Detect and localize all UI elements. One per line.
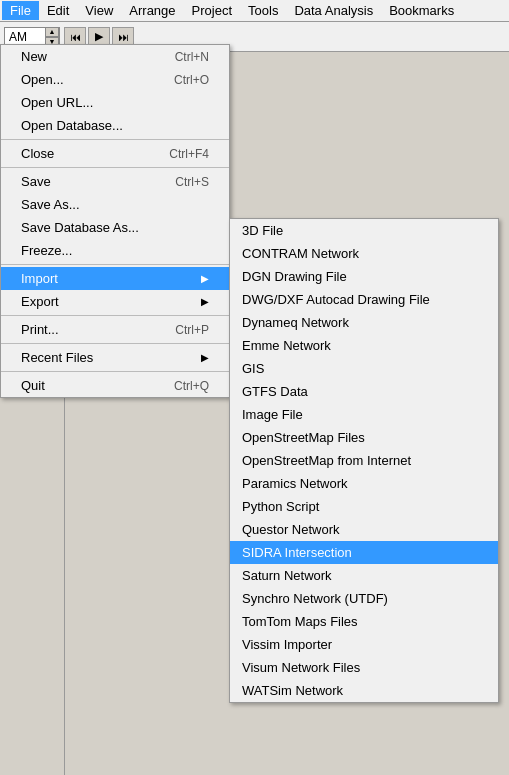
spin-up[interactable]: ▲ <box>45 27 59 37</box>
menu-open-url[interactable]: Open URL... <box>1 91 229 114</box>
menu-import[interactable]: Import ▶ <box>1 267 229 290</box>
import-gtfs-data[interactable]: GTFS Data <box>230 380 498 403</box>
separator-3 <box>1 264 229 265</box>
import-arrow: ▶ <box>201 273 209 284</box>
import-dgn-drawing[interactable]: DGN Drawing File <box>230 265 498 288</box>
import-image-file[interactable]: Image File <box>230 403 498 426</box>
menu-open-database[interactable]: Open Database... <box>1 114 229 137</box>
menubar-tools[interactable]: Tools <box>240 1 286 20</box>
menubar: File Edit View Arrange Project Tools Dat… <box>0 0 509 22</box>
import-python-script[interactable]: Python Script <box>230 495 498 518</box>
recent-arrow: ▶ <box>201 352 209 363</box>
am-input[interactable]: AM <box>5 28 45 46</box>
import-dynameq[interactable]: Dynameq Network <box>230 311 498 334</box>
separator-1 <box>1 139 229 140</box>
menubar-edit[interactable]: Edit <box>39 1 77 20</box>
import-emme-network[interactable]: Emme Network <box>230 334 498 357</box>
separator-6 <box>1 371 229 372</box>
menu-close[interactable]: Close Ctrl+F4 <box>1 142 229 165</box>
import-synchro-network[interactable]: Synchro Network (UTDF) <box>230 587 498 610</box>
menu-save-as[interactable]: Save As... <box>1 193 229 216</box>
menubar-data-analysis[interactable]: Data Analysis <box>286 1 381 20</box>
export-arrow: ▶ <box>201 296 209 307</box>
import-tomtom-maps[interactable]: TomTom Maps Files <box>230 610 498 633</box>
menubar-file[interactable]: File <box>2 1 39 20</box>
import-paramics-network[interactable]: Paramics Network <box>230 472 498 495</box>
menu-recent-files[interactable]: Recent Files ▶ <box>1 346 229 369</box>
menubar-arrange[interactable]: Arrange <box>121 1 183 20</box>
import-questor-network[interactable]: Questor Network <box>230 518 498 541</box>
menu-save-database-as[interactable]: Save Database As... <box>1 216 229 239</box>
separator-2 <box>1 167 229 168</box>
import-sidra-intersection[interactable]: SIDRA Intersection <box>230 541 498 564</box>
menu-open[interactable]: Open... Ctrl+O <box>1 68 229 91</box>
file-menu: New Ctrl+N Open... Ctrl+O Open URL... Op… <box>0 44 230 398</box>
import-saturn-network[interactable]: Saturn Network <box>230 564 498 587</box>
import-dwg-dxf[interactable]: DWG/DXF Autocad Drawing File <box>230 288 498 311</box>
import-osm-internet[interactable]: OpenStreetMap from Internet <box>230 449 498 472</box>
import-osm-files[interactable]: OpenStreetMap Files <box>230 426 498 449</box>
menu-export[interactable]: Export ▶ <box>1 290 229 313</box>
menubar-view[interactable]: View <box>77 1 121 20</box>
import-watsim-network[interactable]: WATSim Network <box>230 679 498 702</box>
menu-quit[interactable]: Quit Ctrl+Q <box>1 374 229 397</box>
separator-4 <box>1 315 229 316</box>
import-vissim-importer[interactable]: Vissim Importer <box>230 633 498 656</box>
import-visum-network[interactable]: Visum Network Files <box>230 656 498 679</box>
menu-save[interactable]: Save Ctrl+S <box>1 170 229 193</box>
menubar-project[interactable]: Project <box>184 1 240 20</box>
menu-new[interactable]: New Ctrl+N <box>1 45 229 68</box>
menu-print[interactable]: Print... Ctrl+P <box>1 318 229 341</box>
import-contram-network[interactable]: CONTRAM Network <box>230 242 498 265</box>
separator-5 <box>1 343 229 344</box>
import-gis[interactable]: GIS <box>230 357 498 380</box>
menu-freeze[interactable]: Freeze... <box>1 239 229 262</box>
import-3d-file[interactable]: 3D File <box>230 219 498 242</box>
menubar-bookmarks[interactable]: Bookmarks <box>381 1 462 20</box>
import-submenu: 3D File CONTRAM Network DGN Drawing File… <box>229 218 499 703</box>
app-area: AM ▲ ▼ ⏮ ▶ ⏭ 📄 T ⬠ ● ╱ ⟋ ◎ 🏠 <box>0 22 509 775</box>
